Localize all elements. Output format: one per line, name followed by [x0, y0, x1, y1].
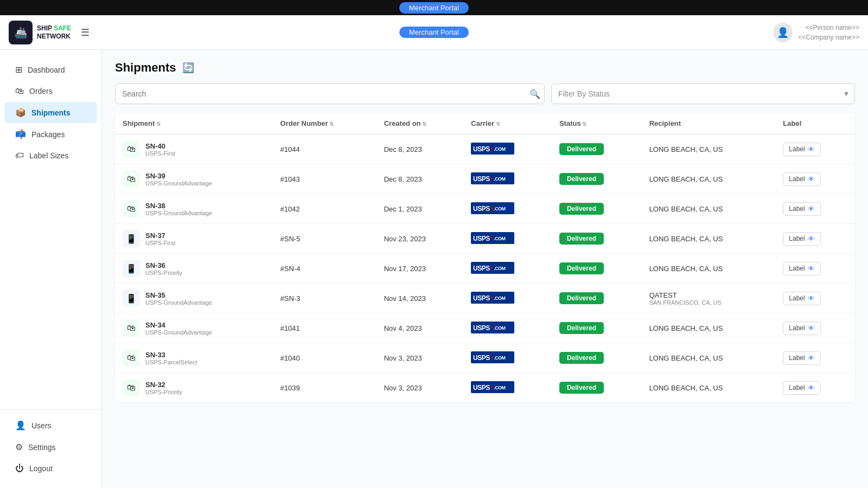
status-badge-sn-37: Delivered — [559, 233, 604, 245]
shipment-name-sn-39: SN-39 — [145, 172, 212, 180]
cell-order-sn-39: #1043 — [273, 164, 376, 194]
shipment-service-sn-34: USPS-GroundAdvantage — [145, 329, 212, 336]
sidebar-item-users[interactable]: 👤Users — [4, 415, 97, 436]
cell-label-sn-32: Label 👁 — [775, 373, 855, 403]
svg-text:USPS: USPS — [473, 265, 490, 272]
svg-text:USPS: USPS — [473, 235, 490, 242]
usps-svg-sn-35: USPS .COM — [471, 292, 514, 304]
shipment-service-sn-32: USPS-Priority — [145, 389, 182, 395]
svg-text:.COM: .COM — [494, 325, 506, 331]
status-badge-sn-32: Delivered — [559, 382, 604, 394]
svg-point-3 — [490, 147, 493, 150]
sidebar-label-orders: Orders — [29, 87, 53, 95]
svg-text:.COM: .COM — [494, 146, 506, 152]
shipment-icon-sn-39: 🛍 — [123, 170, 140, 188]
cell-created-sn-40: Dec 8, 2023 — [376, 134, 464, 164]
user-name: <<Person name>> — [798, 23, 859, 33]
search-input[interactable] — [115, 84, 545, 104]
merchant-portal-button[interactable]: Merchant Portal — [399, 2, 469, 14]
svg-point-19 — [490, 267, 493, 269]
shipment-icon-sn-37: 📱 — [123, 230, 140, 247]
status-badge-sn-39: Delivered — [559, 173, 604, 185]
status-badge-sn-35: Delivered — [559, 292, 604, 304]
svg-text:.COM: .COM — [494, 236, 506, 241]
label-button-sn-34[interactable]: Label 👁 — [783, 322, 820, 335]
shipment-icon-sn-35: 📱 — [123, 290, 140, 307]
logout-icon: ⏻ — [15, 464, 24, 473]
shipment-cell-sn-40: 🛍 SN-40 USPS-First — [123, 140, 265, 158]
table-body: 🛍 SN-40 USPS-First #1044 Dec 8, 2023 USP… — [115, 134, 855, 403]
hamburger-button[interactable]: ☰ — [81, 27, 90, 38]
label-text-sn-40: Label — [789, 145, 805, 153]
sidebar-item-label-sizes[interactable]: 🏷Label Sizes — [4, 145, 97, 166]
logo-text: SHIP SAFENETWORK — [37, 24, 71, 40]
svg-text:.COM: .COM — [494, 385, 506, 390]
cell-order-sn-36: #SN-4 — [273, 254, 376, 284]
filter-by-status-select[interactable]: Filter By Status Delivered Pending In Tr… — [551, 84, 855, 104]
cell-recipient-sn-40: LONG BEACH, CA, US — [642, 134, 776, 164]
eye-icon-sn-37: 👁 — [808, 235, 815, 243]
sidebar-item-settings[interactable]: ⚙Settings — [4, 436, 97, 458]
usps-svg-sn-32: USPS .COM — [471, 381, 514, 393]
table-row: 🛍 SN-33 USPS-ParcelSelect #1040 Nov 3, 2… — [115, 343, 855, 373]
svg-text:USPS: USPS — [473, 324, 490, 332]
svg-text:.COM: .COM — [494, 176, 506, 182]
sidebar-item-orders[interactable]: 🛍Orders — [4, 81, 97, 101]
avatar: 👤 — [773, 23, 793, 42]
sidebar-label-settings: Settings — [28, 443, 56, 452]
cell-shipment-sn-39: 🛍 SN-39 USPS-GroundAdvantage — [115, 164, 273, 194]
logo-area: 🚢 SHIP SAFENETWORK ☰ — [9, 21, 90, 44]
search-button[interactable]: 🔍 — [529, 89, 540, 99]
label-button-sn-32[interactable]: Label 👁 — [783, 381, 820, 395]
shipment-cell-sn-38: 🛍 SN-38 USPS-GroundAdvantage — [123, 200, 265, 217]
refresh-button[interactable]: 🔄 — [182, 62, 194, 74]
svg-point-23 — [490, 297, 493, 299]
user-info: <<Person name>> <<Company name>> — [798, 23, 859, 42]
svg-point-7 — [490, 177, 493, 179]
shipment-service-sn-39: USPS-GroundAdvantage — [145, 180, 212, 187]
sidebar-item-packages[interactable]: 📫Packages — [4, 124, 97, 145]
table-row: 📱 SN-37 USPS-First #SN-5 Nov 23, 2023 US… — [115, 224, 855, 254]
col-status[interactable]: Status — [552, 113, 642, 134]
sidebar-label-packages: Packages — [31, 130, 65, 139]
cell-status-sn-33: Delivered — [552, 343, 642, 373]
sidebar-item-shipments[interactable]: 📦Shipments — [4, 102, 97, 123]
sidebar-item-dashboard[interactable]: ⊞Dashboard — [4, 59, 97, 80]
label-button-sn-35[interactable]: Label 👁 — [783, 292, 820, 305]
table-row: 🛍 SN-40 USPS-First #1044 Dec 8, 2023 USP… — [115, 134, 855, 164]
recipient-line1: LONG BEACH, CA, US — [649, 384, 768, 392]
label-button-sn-39[interactable]: Label 👁 — [783, 172, 820, 186]
col-order-number[interactable]: Order Number — [273, 113, 376, 134]
label-button-sn-33[interactable]: Label 👁 — [783, 351, 820, 365]
usps-logo-sn-38: USPS .COM — [471, 202, 514, 214]
svg-point-35 — [490, 386, 493, 388]
cell-shipment-sn-38: 🛍 SN-38 USPS-GroundAdvantage — [115, 194, 273, 224]
shipment-cell-sn-37: 📱 SN-37 USPS-First — [123, 230, 265, 247]
cell-label-sn-37: Label 👁 — [775, 224, 855, 254]
shipment-cell-sn-32: 🛍 SN-32 USPS-Priority — [123, 379, 265, 396]
sidebar-label-logout: Logout — [29, 464, 53, 473]
cell-carrier-sn-34: USPS .COM — [463, 313, 552, 343]
label-button-sn-40[interactable]: Label 👁 — [783, 143, 820, 156]
cell-recipient-sn-32: LONG BEACH, CA, US — [642, 373, 776, 403]
shipment-info-sn-33: SN-33 USPS-ParcelSelect — [145, 351, 197, 365]
label-button-sn-36[interactable]: Label 👁 — [783, 262, 820, 275]
sidebar-item-logout[interactable]: ⏻Logout — [4, 458, 97, 479]
recipient-line1: LONG BEACH, CA, US — [649, 205, 768, 213]
col-created-on[interactable]: Created on — [376, 113, 464, 134]
label-text-sn-34: Label — [789, 324, 805, 332]
recipient-line1: LONG BEACH, CA, US — [649, 265, 768, 273]
page-title: Shipments — [115, 61, 176, 75]
cell-created-sn-32: Nov 3, 2023 — [376, 373, 464, 403]
col-shipment[interactable]: Shipment — [115, 113, 273, 134]
eye-icon-sn-35: 👁 — [808, 294, 815, 303]
col-carrier[interactable]: Carrier — [463, 113, 552, 134]
cell-recipient-sn-36: LONG BEACH, CA, US — [642, 254, 776, 284]
shipment-icon-sn-36: 📱 — [123, 260, 140, 277]
cell-carrier-sn-38: USPS .COM — [463, 194, 552, 224]
header-portal-button[interactable]: Merchant Portal — [399, 27, 469, 38]
label-button-sn-37[interactable]: Label 👁 — [783, 232, 820, 246]
svg-point-15 — [490, 237, 493, 239]
svg-text:USPS: USPS — [473, 384, 490, 391]
label-button-sn-38[interactable]: Label 👁 — [783, 202, 820, 216]
